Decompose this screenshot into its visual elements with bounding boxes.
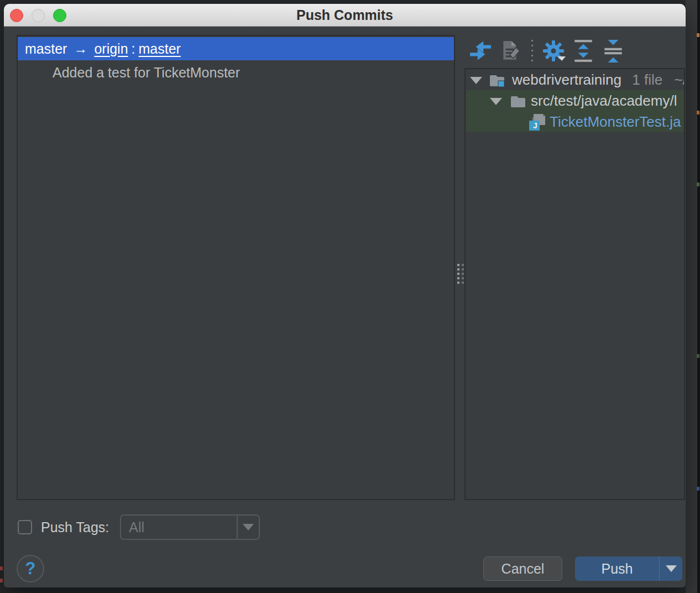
gutter-mark [0, 579, 3, 582]
tree-toolbar [468, 36, 625, 66]
diff-icon[interactable] [468, 39, 493, 63]
cancel-button-label: Cancel [502, 561, 545, 577]
file-name: TicketMonsterTest.ja [550, 113, 681, 130]
folder-icon [510, 94, 526, 108]
stripe-mark [697, 183, 699, 186]
push-button[interactable]: Push [575, 556, 682, 581]
chevron-down-icon [666, 565, 677, 572]
background-ide-left [0, 0, 4, 593]
local-branch-label: master [25, 41, 67, 56]
module-folder-icon [489, 73, 505, 87]
push-dropdown-button[interactable] [659, 556, 682, 581]
commits-list-panel: master→origin:master Added a test for Ti… [17, 35, 455, 500]
push-tags-checkbox[interactable] [18, 520, 32, 534]
chevron-down-icon [243, 524, 254, 530]
commit-message[interactable]: Added a test for TicketMonster [18, 65, 454, 81]
collapse-all-icon[interactable] [601, 39, 625, 63]
java-letter-badge: J [530, 120, 540, 130]
window-title: Push Commits [4, 4, 686, 27]
push-commits-dialog: Push Commits master→origin:master Added … [4, 4, 686, 587]
diff-icon-glyph [469, 39, 492, 63]
screen: Push Commits master→origin:master Added … [0, 0, 700, 593]
gear-dropdown-arrow [558, 56, 566, 61]
tree-row-module[interactable]: webdrivertraining 1 file ~/ [466, 69, 684, 90]
background-ide-strip [686, 0, 700, 593]
combobox-value: All [121, 519, 144, 535]
target-branch-link[interactable]: master [139, 41, 181, 56]
module-path: ~/ [674, 71, 684, 88]
edit-commit-message-icon [498, 39, 523, 63]
cancel-button[interactable]: Cancel [483, 556, 562, 581]
expander-icon[interactable] [490, 98, 502, 105]
push-tags-row: Push Tags: All [18, 512, 260, 542]
titlebar[interactable]: Push Commits [4, 4, 686, 27]
tree-row-directory[interactable]: src/test/java/academy/l [466, 90, 684, 111]
push-button-label: Push [575, 561, 659, 577]
editor-error-stripe [697, 0, 700, 593]
directory-path: src/test/java/academy/l [531, 92, 677, 109]
help-button[interactable]: ? [17, 555, 44, 582]
separator-colon: : [132, 41, 135, 56]
push-tags-combobox[interactable]: All [120, 514, 260, 540]
expand-all-glyph [573, 39, 594, 63]
splitter-handle[interactable] [457, 262, 464, 286]
expand-all-icon[interactable] [571, 39, 595, 63]
help-question-icon: ? [25, 559, 36, 578]
stripe-mark [697, 111, 699, 115]
tree-row-file[interactable]: J TicketMonsterTest.ja [466, 111, 684, 132]
push-tags-label: Push Tags: [41, 519, 109, 535]
collapse-all-glyph [603, 39, 624, 63]
expander-icon[interactable] [470, 77, 482, 84]
changed-files-tree: webdrivertraining 1 file ~/ src/test/jav… [464, 68, 685, 500]
remote-name-link[interactable]: origin [94, 41, 128, 56]
stripe-mark [697, 354, 699, 358]
file-count-badge: 1 file [632, 71, 662, 88]
module-name: webdrivertraining [512, 71, 621, 88]
toolbar-separator [529, 40, 535, 62]
java-file-icon: J [528, 113, 547, 132]
settings-gear-icon[interactable] [541, 39, 566, 63]
branch-mapping-row[interactable]: master→origin:master [18, 37, 454, 60]
combobox-arrow-button[interactable] [237, 516, 259, 539]
gutter-mark [0, 566, 3, 570]
stripe-mark [697, 33, 699, 37]
edit-commit-message-glyph [499, 39, 522, 63]
arrow-icon: → [74, 41, 87, 56]
stripe-mark [697, 487, 699, 491]
